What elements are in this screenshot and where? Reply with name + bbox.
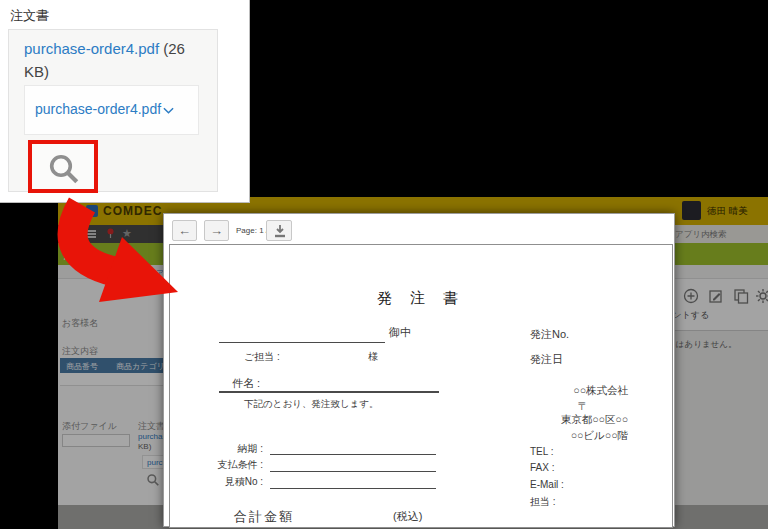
doc-title: 発 注 書 — [170, 289, 672, 308]
doc-nouki: 納期 : — [237, 442, 263, 456]
settings-gear-icon[interactable] — [755, 288, 768, 304]
breadcrumb-space-link[interactable]: 総務部 — [127, 269, 151, 278]
doc-mitsumori: 見積No : — [225, 475, 263, 489]
field-label-customer: お客様名 — [62, 317, 98, 330]
attachment-empty-box — [62, 434, 130, 447]
file-dropdown-label[interactable]: purchase-order4.pdf — [35, 101, 161, 117]
doc-shiharai: 支払条件 : — [217, 458, 263, 472]
doc-line — [219, 342, 385, 343]
field-label-attachment: 添付ファイル — [62, 420, 117, 433]
callout-field-label: 注文書 — [10, 7, 49, 25]
doc-company: ○○株式会社 — [573, 384, 628, 398]
file-dropdown-box[interactable]: purchase-order4.pdf — [24, 85, 199, 135]
edit-record-icon[interactable] — [708, 288, 724, 304]
doc-kenmei: 件名 : — [232, 376, 260, 391]
attachment-zoom-callout: 注文書 purchase-order4.pdf (26 KB) purchase… — [0, 0, 250, 203]
screenshot-root: COMDEC 徳田 晴美 ★ アプリ内検索 総務部 スペース : 総務部 アプリ… — [0, 0, 768, 529]
doc-tanto: 担当 : — [530, 495, 556, 509]
doc-line — [219, 391, 439, 393]
pdf-preview-modal: ← → Page: 1 / 1 発 注 書 御中 ご担当 : 様 件名 : 下記… — [163, 213, 675, 527]
copy-record-icon[interactable] — [733, 288, 749, 304]
preview-magnifier-icon-small[interactable] — [146, 473, 160, 487]
doc-intro: 下記のとおり、発注致します。 — [244, 398, 379, 411]
doc-zeikomi: (税込) — [393, 509, 422, 524]
breadcrumb-space-label: スペース : — [88, 269, 125, 278]
hamburger-icon[interactable] — [85, 230, 96, 238]
doc-line — [270, 454, 436, 455]
doc-hatchu-no: 発注No. — [530, 327, 569, 342]
page-back-button[interactable]: ← — [172, 220, 197, 241]
file-download-link[interactable]: purchase-order4.pdf (26 KB) — [24, 37, 212, 83]
app-search-placeholder: アプリ内検索 — [675, 229, 727, 241]
download-icon — [273, 224, 287, 238]
field-label-order-content: 注文内容 — [62, 345, 98, 358]
doc-gotanto: ご担当 : — [244, 350, 280, 364]
doc-tel: TEL : — [530, 446, 554, 457]
pdf-document-page: 発 注 書 御中 ご担当 : 様 件名 : 下記のとおり、発注致します。 納期 … — [169, 244, 673, 528]
subtable-header-product-no: 商品番号 — [66, 361, 98, 372]
favorite-star-icon[interactable]: ★ — [122, 227, 132, 240]
comdec-logo-icon — [86, 205, 98, 217]
download-button[interactable] — [266, 220, 292, 241]
doc-sama: 様 — [368, 350, 378, 364]
notification-pin-icon[interactable] — [106, 228, 115, 239]
avatar[interactable] — [682, 201, 701, 220]
doc-address1: 東京都○○区○○ — [561, 413, 628, 427]
doc-postal: 〒 — [578, 400, 589, 414]
comdec-logo-text[interactable]: COMDEC — [103, 204, 162, 218]
doc-fax: FAX : — [530, 462, 554, 473]
doc-onchu: 御中 — [389, 325, 411, 340]
subtable-header-category: 商品カテゴリ — [116, 361, 165, 372]
doc-hatchu-date: 発注日 — [530, 352, 563, 367]
preview-magnifier-icon[interactable] — [46, 151, 82, 187]
magnifier-highlight-box — [28, 140, 98, 193]
user-name[interactable]: 徳田 晴美 — [707, 205, 748, 218]
page-forward-button[interactable]: → — [204, 220, 229, 241]
space-title[interactable]: 総務部 — [64, 247, 100, 264]
callout-attachment-group: purchase-order4.pdf (26 KB) purchase-ord… — [8, 29, 218, 192]
doc-goukei: 合計金額 — [234, 508, 294, 526]
chevron-down-icon — [163, 107, 174, 115]
doc-line — [270, 471, 436, 472]
doc-email: E-Mail : — [530, 479, 564, 490]
comment-panel: コメントはありません。 — [666, 330, 768, 529]
doc-line — [270, 488, 436, 489]
add-record-icon[interactable] — [683, 288, 699, 304]
doc-address2: ○○ビル○○階 — [571, 429, 628, 443]
